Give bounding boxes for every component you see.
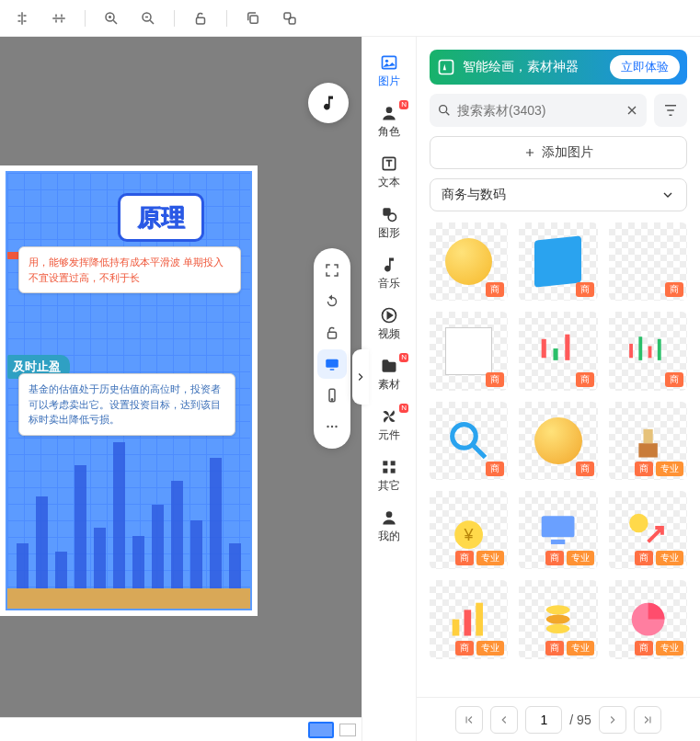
svg-rect-30 <box>566 335 570 360</box>
pro-tag: 专业 <box>476 551 504 565</box>
asset-panel: 智能绘画，素材神器 立即体验 添加图片 商务与数码 商 <box>417 37 700 741</box>
rail-other[interactable]: 其它 <box>366 450 412 499</box>
add-image-button[interactable]: 添加图片 <box>430 136 687 169</box>
asset-item[interactable]: 商专业 <box>609 402 687 480</box>
asset-item[interactable]: 商专业 <box>519 491 597 569</box>
biz-tag: 商 <box>665 372 683 387</box>
promo-cta-button[interactable]: 立即体验 <box>610 55 680 79</box>
shape-icon <box>380 205 398 223</box>
asset-item[interactable]: 商 <box>519 312 597 390</box>
asset-item[interactable]: 商专业 <box>430 580 508 658</box>
align-vertical-button[interactable] <box>7 4 37 33</box>
asset-item[interactable]: 商 <box>609 222 687 301</box>
plus-icon <box>523 146 536 159</box>
page-first-button[interactable] <box>455 706 483 734</box>
biz-tag: 商 <box>576 372 594 387</box>
add-image-label: 添加图片 <box>542 144 593 161</box>
rotate-button[interactable] <box>317 287 347 316</box>
zoom-in-button[interactable] <box>97 4 126 33</box>
music-floating-button[interactable] <box>308 83 349 123</box>
new-badge: N <box>399 100 408 109</box>
biz-tag: 商 <box>486 372 504 387</box>
rail-text[interactable]: 文本 <box>366 147 412 196</box>
page-overview-button[interactable] <box>339 724 356 736</box>
grid-icon <box>380 458 398 476</box>
svg-point-10 <box>331 399 333 401</box>
desktop-preview-button[interactable] <box>317 349 347 379</box>
page-prev-button[interactable] <box>490 706 518 734</box>
lock-toggle-button[interactable] <box>317 318 347 348</box>
asset-item[interactable]: 商专业 <box>609 491 687 569</box>
rail-label: 图形 <box>378 225 400 241</box>
asset-item[interactable]: 商专业 <box>519 580 597 658</box>
coin-icon <box>534 417 581 464</box>
svg-point-47 <box>546 615 570 624</box>
ai-icon <box>437 58 455 76</box>
asset-item[interactable]: 商 <box>519 402 597 480</box>
page-last-button[interactable] <box>634 706 661 734</box>
duplicate-button[interactable] <box>275 4 304 33</box>
unlock-button[interactable] <box>186 4 215 33</box>
asset-item[interactable]: 商 <box>430 312 508 390</box>
biz-tag: 商 <box>545 551 564 565</box>
biz-tag: 商 <box>455 641 474 656</box>
svg-rect-33 <box>648 347 651 359</box>
divider <box>85 10 86 27</box>
copy-button[interactable] <box>238 4 268 33</box>
svg-rect-32 <box>638 337 642 361</box>
floating-tool-stack <box>314 248 350 449</box>
more-tools-button[interactable] <box>317 412 347 441</box>
asset-item[interactable]: ¥ 商专业 <box>430 491 508 569</box>
divider <box>174 10 175 27</box>
note-icon <box>534 235 581 288</box>
pro-tag: 专业 <box>476 641 504 656</box>
rail-component[interactable]: N 元件 <box>366 400 412 449</box>
artboard[interactable]: 原理 用，能够发挥降低持有成本平滑波 单期投入不宜设置过高，不利于长 及时止盈 … <box>0 165 258 616</box>
rail-role[interactable]: N 角色 <box>366 97 412 145</box>
svg-point-16 <box>386 107 393 113</box>
filter-button[interactable] <box>654 94 687 127</box>
asset-grid: 商 商 商 商 商 商 <box>417 222 700 697</box>
asset-item[interactable]: 商 <box>430 402 508 480</box>
svg-point-42 <box>629 514 648 532</box>
rail-video[interactable]: 视频 <box>366 299 412 348</box>
rail-label: 元件 <box>378 428 400 443</box>
rail-music[interactable]: 音乐 <box>366 248 412 297</box>
category-select[interactable]: 商务与数码 <box>430 178 687 211</box>
svg-rect-40 <box>542 516 575 537</box>
growth-icon <box>625 507 671 553</box>
rail-label: 其它 <box>378 478 400 494</box>
zoom-out-button[interactable] <box>133 4 163 33</box>
clear-icon[interactable] <box>625 103 639 118</box>
svg-rect-7 <box>326 359 339 368</box>
page-next-button[interactable] <box>599 706 626 734</box>
rail-mine[interactable]: 我的 <box>366 501 412 550</box>
speech-bubble-2[interactable]: 基金的估值处于历史估值的高位时，投资者可以考虑卖出它。设置投资目标，达到该目标时… <box>18 373 235 436</box>
podium-icon <box>625 417 671 464</box>
search-box[interactable] <box>430 94 647 127</box>
coins-stack-icon <box>534 596 581 643</box>
speech-bubble-1[interactable]: 用，能够发挥降低持有成本平滑波 单期投入不宜设置过高，不利于长 <box>18 246 241 293</box>
align-horizontal-button[interactable] <box>44 4 74 33</box>
fullscreen-button[interactable] <box>317 256 347 285</box>
text-icon <box>380 154 398 173</box>
svg-rect-6 <box>328 332 337 338</box>
page-input[interactable] <box>525 706 562 734</box>
artboard-title[interactable]: 原理 <box>118 193 204 242</box>
rail-shape[interactable]: 图形 <box>366 198 412 246</box>
asset-item[interactable]: 商 <box>609 312 687 390</box>
person-icon <box>380 104 398 122</box>
rail-asset[interactable]: N 素材 <box>366 349 412 398</box>
asset-item[interactable]: 商 <box>519 222 597 301</box>
page-thumbnail[interactable] <box>308 722 334 738</box>
rail-label: 图片 <box>378 74 400 89</box>
promo-banner[interactable]: 智能绘画，素材神器 立即体验 <box>430 50 687 85</box>
mobile-preview-button[interactable] <box>317 381 347 410</box>
canvas-area[interactable]: 原理 用，能够发挥降低持有成本平滑波 单期投入不宜设置过高，不利于长 及时止盈 … <box>0 37 361 741</box>
asset-item[interactable]: 商 <box>430 222 508 301</box>
svg-rect-31 <box>629 344 633 358</box>
asset-item[interactable]: 商专业 <box>609 580 687 658</box>
rail-image[interactable]: 图片 <box>366 46 412 95</box>
artboard-background: 原理 用，能够发挥降低持有成本平滑波 单期投入不宜设置过高，不利于长 及时止盈 … <box>6 171 252 610</box>
search-input[interactable] <box>457 103 619 118</box>
